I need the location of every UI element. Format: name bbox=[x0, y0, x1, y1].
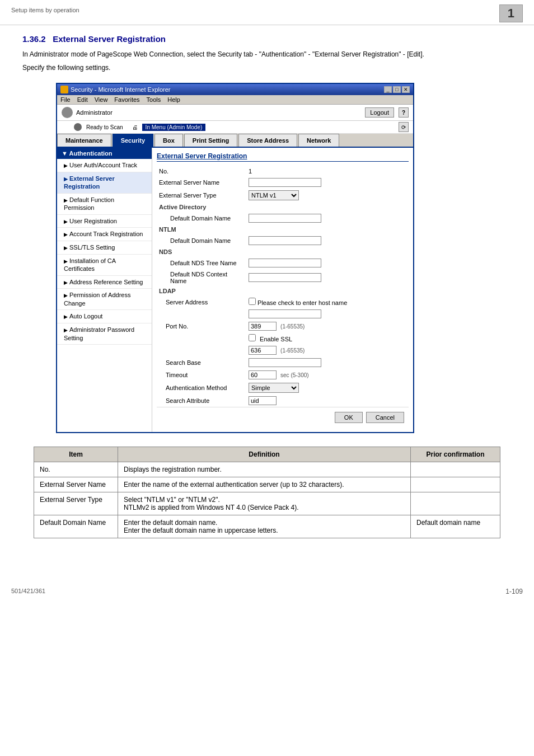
ntlm-default-domain-label: Default Domain Name bbox=[157, 234, 246, 247]
server-type-label: External Server Type bbox=[157, 189, 246, 202]
menu-help[interactable]: Help bbox=[167, 96, 180, 103]
cancel-button[interactable]: Cancel bbox=[366, 412, 404, 423]
field-server-address: Server Address Please check to enter hos… bbox=[157, 296, 409, 308]
server-name-input[interactable] bbox=[249, 178, 321, 187]
browser-titlebar: Security - Microsoft Internet Explorer _… bbox=[57, 84, 413, 95]
section-active-directory: Active Directory bbox=[157, 202, 409, 212]
ok-button[interactable]: OK bbox=[335, 412, 363, 423]
tab-network[interactable]: Network bbox=[298, 134, 339, 147]
logout-button[interactable]: Logout bbox=[365, 107, 394, 118]
server-address-hint: Please check to enter host name bbox=[257, 299, 347, 306]
doc-number: 501/421/361 bbox=[11, 588, 45, 595]
auth-method-label: Authentication Method bbox=[157, 381, 246, 395]
help-icon[interactable]: ? bbox=[399, 107, 409, 118]
sidebar-item-user-auth[interactable]: ▶User Auth/Account Track bbox=[57, 159, 152, 172]
server-address-input[interactable] bbox=[249, 309, 321, 318]
tab-box[interactable]: Box bbox=[154, 134, 183, 147]
sidebar-item-ssl[interactable]: ▶SSL/TLS Setting bbox=[57, 241, 152, 255]
info-row-server-name: External Server Name Enter the name of t… bbox=[34, 477, 500, 492]
sidebar-item-perm-address[interactable]: ▶Permission of Address Change bbox=[57, 289, 152, 310]
server-address-value: Please check to enter host name bbox=[246, 296, 409, 308]
header-text: Setup items by operation bbox=[11, 4, 79, 13]
menu-file[interactable]: File bbox=[60, 96, 71, 103]
sidebar-item-auto-logout[interactable]: ▶Auto Logout bbox=[57, 310, 152, 323]
ntlm-default-domain-value bbox=[246, 234, 409, 247]
sidebar-section-label: ▼ Authentication bbox=[57, 148, 152, 159]
field-no: No. 1 bbox=[157, 166, 409, 176]
enable-ssl-checkbox-label: Enable SSL bbox=[260, 336, 292, 342]
server-type-select[interactable]: NTLM v1 NTLM v2 Active Directory NDS LDA… bbox=[249, 190, 299, 200]
search-base-input[interactable] bbox=[249, 358, 321, 367]
sidebar-item-user-reg[interactable]: ▶User Registration bbox=[57, 215, 152, 228]
nds-context-input[interactable] bbox=[249, 273, 321, 282]
info-def-server-name: Enter the name of the external authentic… bbox=[118, 477, 411, 492]
auth-method-select[interactable]: Simple Digest bbox=[249, 383, 299, 393]
field-port-no: Port No. (1-65535) bbox=[157, 320, 409, 332]
nds-tree-value bbox=[246, 257, 409, 269]
browser-window: Security - Microsoft Internet Explorer _… bbox=[56, 83, 414, 433]
search-attr-value bbox=[246, 395, 409, 407]
arrow-icon: ▶ bbox=[64, 280, 68, 285]
info-prior-server-name bbox=[411, 477, 500, 492]
host-name-checkbox[interactable] bbox=[249, 298, 256, 305]
minimize-button[interactable]: _ bbox=[384, 86, 392, 93]
auth-method-value: Simple Digest bbox=[246, 381, 409, 395]
server-address-input-label bbox=[157, 308, 246, 320]
sidebar-item-admin-password[interactable]: ▶Administrator Password Setting bbox=[57, 323, 152, 345]
no-label: No. bbox=[157, 166, 246, 176]
server-address-input-value bbox=[246, 308, 409, 320]
field-server-type: External Server Type NTLM v1 NTLM v2 Act… bbox=[157, 189, 409, 202]
field-port-ssl: (1-65535) bbox=[157, 344, 409, 356]
field-search-base: Search Base bbox=[157, 356, 409, 369]
page-ref: 1-109 bbox=[505, 588, 523, 595]
status-ready: Ready to Scan bbox=[86, 124, 123, 130]
refresh-button[interactable]: ⟳ bbox=[399, 122, 409, 132]
arrow-icon: ▶ bbox=[64, 163, 68, 168]
section-title-text: External Server Registration bbox=[53, 34, 166, 44]
arrow-icon: ▶ bbox=[64, 176, 68, 182]
info-def-no: Displays the registration number. bbox=[118, 462, 411, 477]
menu-edit[interactable]: Edit bbox=[77, 96, 88, 103]
enable-ssl-checkbox[interactable] bbox=[249, 334, 256, 341]
timeout-input[interactable] bbox=[249, 370, 277, 379]
section-nds: NDS bbox=[157, 247, 409, 257]
port-ssl-input[interactable] bbox=[249, 346, 277, 355]
page-footer: 501/421/361 1-109 bbox=[0, 581, 534, 602]
arrow-icon: ▶ bbox=[64, 314, 68, 320]
tab-print-setting[interactable]: Print Setting bbox=[184, 134, 237, 147]
field-enable-ssl: Enable SSL bbox=[157, 332, 409, 344]
ad-default-domain-input[interactable] bbox=[249, 214, 321, 223]
sidebar-item-ca-certs[interactable]: ▶Installation of CA Certificates bbox=[57, 255, 152, 276]
arrow-icon: ▶ bbox=[64, 259, 68, 264]
enable-ssl-value: Enable SSL bbox=[246, 332, 409, 344]
tab-security[interactable]: Security bbox=[113, 134, 153, 147]
browser-controls[interactable]: _ □ ✕ bbox=[384, 86, 410, 93]
menu-view[interactable]: View bbox=[95, 96, 108, 103]
server-address-label: Server Address bbox=[157, 296, 246, 308]
sidebar-section-title: Authentication bbox=[69, 150, 113, 157]
info-prior-server-type bbox=[411, 492, 500, 515]
sidebar-item-address-ref[interactable]: ▶Address Reference Setting bbox=[57, 276, 152, 289]
port-no-input[interactable] bbox=[249, 322, 277, 331]
search-attr-input[interactable] bbox=[249, 396, 277, 405]
ntlm-default-domain-input[interactable] bbox=[249, 236, 321, 245]
sidebar-item-external-server[interactable]: ▶External ServerRegistration bbox=[57, 172, 152, 194]
timeout-label: Timeout bbox=[157, 369, 246, 381]
sidebar-item-default-function[interactable]: ▶Default FunctionPermission bbox=[57, 194, 152, 215]
search-attr-label: Search Attribute bbox=[157, 395, 246, 407]
maximize-button[interactable]: □ bbox=[393, 86, 401, 93]
titlebar-left: Security - Microsoft Internet Explorer bbox=[60, 86, 171, 93]
nav-tabs: Maintenance Security Box Print Setting S… bbox=[57, 134, 413, 148]
menu-tools[interactable]: Tools bbox=[147, 96, 161, 103]
info-prior-default-domain: Default domain name bbox=[411, 515, 500, 538]
menu-favorites[interactable]: Favorites bbox=[114, 96, 139, 103]
nds-context-label: Default NDS Context Name bbox=[157, 269, 246, 286]
field-server-name: External Server Name bbox=[157, 176, 409, 189]
port-range-hint: (1-65535) bbox=[280, 323, 305, 330]
sidebar-item-account-track[interactable]: ▶Account Track Registration bbox=[57, 228, 152, 241]
nds-tree-label: Default NDS Tree Name bbox=[157, 257, 246, 269]
nds-tree-input[interactable] bbox=[249, 259, 321, 267]
close-button[interactable]: ✕ bbox=[402, 86, 410, 93]
tab-store-address[interactable]: Store Address bbox=[238, 134, 297, 147]
tab-maintenance[interactable]: Maintenance bbox=[57, 134, 111, 147]
